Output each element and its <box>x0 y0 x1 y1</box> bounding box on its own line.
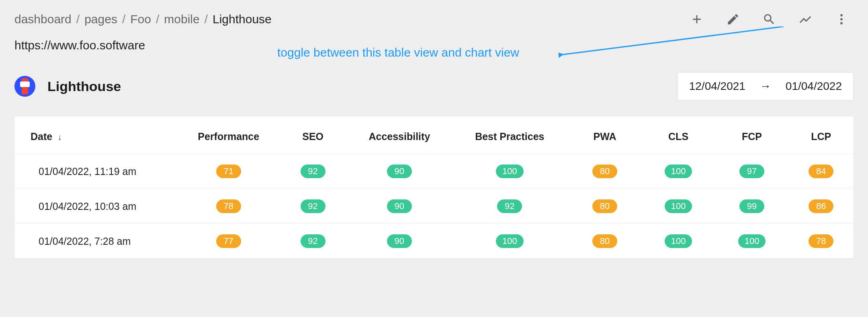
date-range-end: 01/04/2022 <box>786 80 842 93</box>
cell-score: 80 <box>568 224 642 259</box>
score-pill: 100 <box>665 199 692 213</box>
breadcrumb-foo[interactable]: Foo <box>130 12 151 26</box>
cell-score: 90 <box>348 224 451 259</box>
cell-score: 92 <box>278 154 348 189</box>
score-pill: 80 <box>592 165 617 178</box>
results-table: Date ↓ Performance SEO Accessibility Bes… <box>14 116 854 258</box>
score-pill: 100 <box>665 165 692 178</box>
cell-score: 100 <box>642 154 715 189</box>
cell-score: 99 <box>715 189 789 224</box>
cell-score: 77 <box>179 224 278 259</box>
cell-date: 01/04/2022, 7:28 am <box>14 224 179 259</box>
add-button[interactable] <box>689 11 705 27</box>
cell-score: 92 <box>451 189 568 224</box>
cell-score: 84 <box>789 154 854 189</box>
cell-score: 97 <box>715 154 789 189</box>
cell-score: 71 <box>179 154 278 189</box>
cell-score: 100 <box>715 224 789 259</box>
score-pill: 78 <box>809 234 833 248</box>
score-pill: 78 <box>216 199 241 213</box>
chart-line-icon <box>798 12 812 26</box>
search-button[interactable] <box>761 11 777 27</box>
score-pill: 80 <box>592 199 617 213</box>
lighthouse-logo-icon <box>14 76 35 97</box>
col-lcp[interactable]: LCP <box>789 116 854 154</box>
cell-score: 90 <box>348 154 451 189</box>
search-icon <box>762 12 776 26</box>
cell-score: 100 <box>451 154 568 189</box>
score-pill: 80 <box>592 234 617 248</box>
score-pill: 71 <box>216 165 241 178</box>
arrow-right-icon: → <box>760 80 771 93</box>
cell-score: 100 <box>642 224 715 259</box>
breadcrumb-pages[interactable]: pages <box>84 12 117 26</box>
col-pwa[interactable]: PWA <box>568 116 642 154</box>
score-pill: 100 <box>665 234 692 248</box>
date-range-start: 12/04/2021 <box>689 80 745 93</box>
cell-score: 86 <box>789 189 854 224</box>
col-cls[interactable]: CLS <box>642 116 715 154</box>
more-vert-icon <box>835 12 848 26</box>
table-row[interactable]: 01/04/2022, 7:28 am7792901008010010078 <box>14 224 854 259</box>
cell-score: 92 <box>278 224 348 259</box>
breadcrumb-separator: / <box>76 12 80 26</box>
cell-score: 78 <box>179 189 278 224</box>
score-pill: 90 <box>387 165 412 178</box>
col-accessibility[interactable]: Accessibility <box>348 116 451 154</box>
score-pill: 77 <box>216 234 241 248</box>
cell-score: 80 <box>568 154 642 189</box>
score-pill: 92 <box>301 165 326 178</box>
score-pill: 92 <box>301 234 326 248</box>
cell-score: 78 <box>789 224 854 259</box>
table-row[interactable]: 01/04/2022, 11:19 am719290100801009784 <box>14 154 854 189</box>
table-row[interactable]: 01/04/2022, 10:03 am78929092801009986 <box>14 189 854 224</box>
cell-score: 80 <box>568 189 642 224</box>
cell-score: 100 <box>451 224 568 259</box>
breadcrumb-dashboard[interactable]: dashboard <box>14 12 72 26</box>
col-best-practices[interactable]: Best Practices <box>451 116 568 154</box>
col-seo[interactable]: SEO <box>278 116 348 154</box>
score-pill: 84 <box>809 165 833 178</box>
pencil-icon <box>726 12 740 26</box>
score-pill: 100 <box>496 165 524 178</box>
svg-point-2 <box>840 22 843 24</box>
score-pill: 97 <box>739 165 764 178</box>
plus-icon <box>690 12 704 26</box>
chart-toggle-button[interactable] <box>797 11 813 27</box>
score-pill: 90 <box>387 199 412 213</box>
page-url: https://www.foo.software <box>0 27 868 52</box>
col-date[interactable]: Date ↓ <box>14 116 179 154</box>
results-table-card: Date ↓ Performance SEO Accessibility Bes… <box>14 116 854 258</box>
svg-point-0 <box>840 14 843 16</box>
toolbar <box>689 11 854 27</box>
more-menu-button[interactable] <box>833 11 850 27</box>
breadcrumb: dashboard / pages / Foo / mobile / Light… <box>14 12 272 26</box>
sort-desc-icon: ↓ <box>57 132 62 142</box>
score-pill: 92 <box>301 199 326 213</box>
score-pill: 100 <box>496 234 524 248</box>
score-pill: 92 <box>497 199 522 213</box>
page-title: Lighthouse <box>47 79 121 94</box>
cell-date: 01/04/2022, 10:03 am <box>14 189 179 224</box>
cell-score: 90 <box>348 189 451 224</box>
col-date-label: Date <box>31 131 52 142</box>
breadcrumb-current: Lighthouse <box>213 12 272 26</box>
svg-point-1 <box>840 18 843 20</box>
breadcrumb-separator: / <box>205 12 208 26</box>
date-range-picker[interactable]: 12/04/2021 → 01/04/2022 <box>678 72 854 100</box>
score-pill: 86 <box>809 199 833 213</box>
score-pill: 99 <box>739 199 764 213</box>
cell-score: 100 <box>642 189 715 224</box>
cell-score: 92 <box>278 189 348 224</box>
breadcrumb-separator: / <box>122 12 125 26</box>
breadcrumb-mobile[interactable]: mobile <box>164 12 199 26</box>
col-performance[interactable]: Performance <box>179 116 278 154</box>
score-pill: 90 <box>387 234 412 248</box>
breadcrumb-separator: / <box>156 12 159 26</box>
col-fcp[interactable]: FCP <box>715 116 789 154</box>
score-pill: 100 <box>738 234 766 248</box>
cell-date: 01/04/2022, 11:19 am <box>14 154 179 189</box>
edit-button[interactable] <box>725 11 741 27</box>
